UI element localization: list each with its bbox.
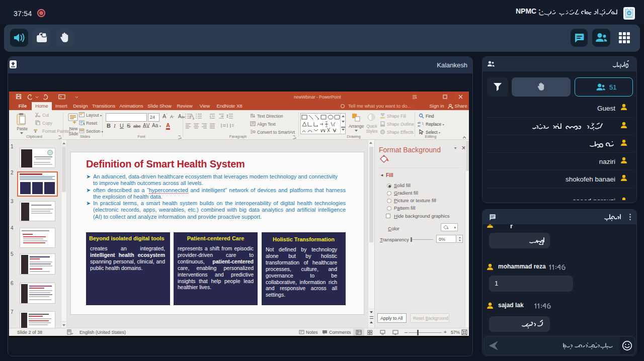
svg-text:ac: ac [418,124,421,127]
